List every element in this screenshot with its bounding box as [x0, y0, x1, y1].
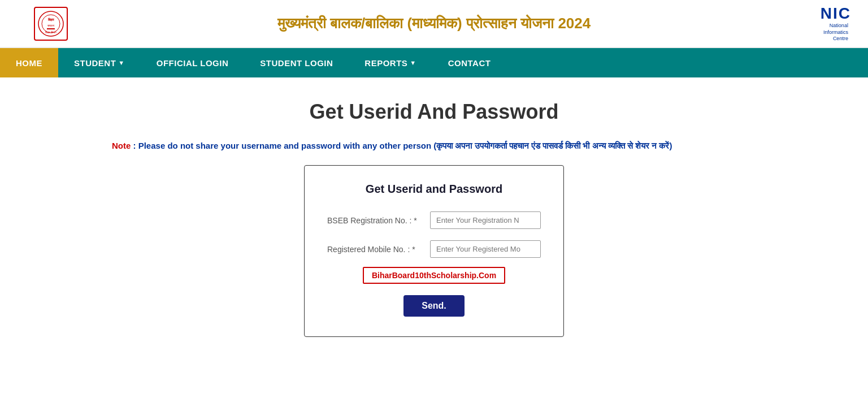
svg-text:शिक्षा विभाग: शिक्षा विभाग	[45, 31, 56, 34]
main-navbar: HOME STUDENT ▼ OFFICIAL LOGIN STUDENT LO…	[0, 48, 868, 77]
nic-label: NIC	[821, 5, 851, 23]
left-logo: बिहार सरकार शिक्षा विभाग	[17, 7, 85, 41]
nav-student[interactable]: STUDENT ▼	[58, 48, 141, 77]
nav-contact[interactable]: CONTACT	[432, 48, 507, 77]
site-header: बिहार सरकार शिक्षा विभाग मुख्यमंत्री बाल…	[0, 0, 868, 48]
bseb-input[interactable]	[430, 211, 541, 229]
svg-text:सरकार: सरकार	[47, 24, 55, 27]
watermark-row: BiharBoard10thScholarship.Com	[327, 267, 541, 284]
send-row: Send.	[327, 295, 541, 317]
nav-reports[interactable]: REPORTS ▼	[349, 48, 432, 77]
nav-official-login[interactable]: OFFICIAL LOGIN	[141, 48, 245, 77]
title-text: मुख्यमंत्री बालक/बालिका (माध्यमिक) प्रोत…	[277, 15, 591, 32]
note-text: : Please do not share your username and …	[133, 141, 672, 150]
mobile-label: Registered Mobile No. : *	[327, 245, 423, 254]
page-title: Get Userid And Password	[106, 100, 762, 124]
bseb-row: BSEB Registration No. : *	[327, 211, 541, 229]
mobile-input[interactable]	[430, 240, 541, 258]
form-card-title: Get Userid and Password	[327, 183, 541, 196]
nav-student-login[interactable]: STUDENT LOGIN	[244, 48, 349, 77]
student-dropdown-arrow: ▼	[118, 59, 124, 66]
svg-text:बिहार: बिहार	[47, 18, 54, 21]
nav-home[interactable]: HOME	[0, 48, 58, 77]
form-card: Get Userid and Password BSEB Registratio…	[304, 165, 564, 337]
svg-rect-4	[47, 28, 55, 29]
note-label: Note	[112, 141, 131, 150]
main-content: Get Userid And Password Note : Please do…	[95, 77, 773, 348]
nic-sub-text: National Informatics Centre	[823, 23, 848, 42]
nic-logo: NIC National Informatics Centre	[783, 5, 851, 42]
watermark-text: BiharBoard10thScholarship.Com	[372, 271, 496, 280]
note-bar: Note : Please do not share your username…	[106, 141, 762, 151]
mobile-row: Registered Mobile No. : *	[327, 240, 541, 258]
watermark-box: BiharBoard10thScholarship.Com	[363, 267, 505, 284]
bihar-emblem: बिहार सरकार शिक्षा विभाग	[34, 7, 68, 41]
bseb-label: BSEB Registration No. : *	[327, 216, 423, 225]
send-button[interactable]: Send.	[403, 295, 465, 317]
reports-dropdown-arrow: ▼	[410, 59, 416, 66]
site-title: मुख्यमंत्री बालक/बालिका (माध्यमिक) प्रोत…	[85, 15, 783, 32]
